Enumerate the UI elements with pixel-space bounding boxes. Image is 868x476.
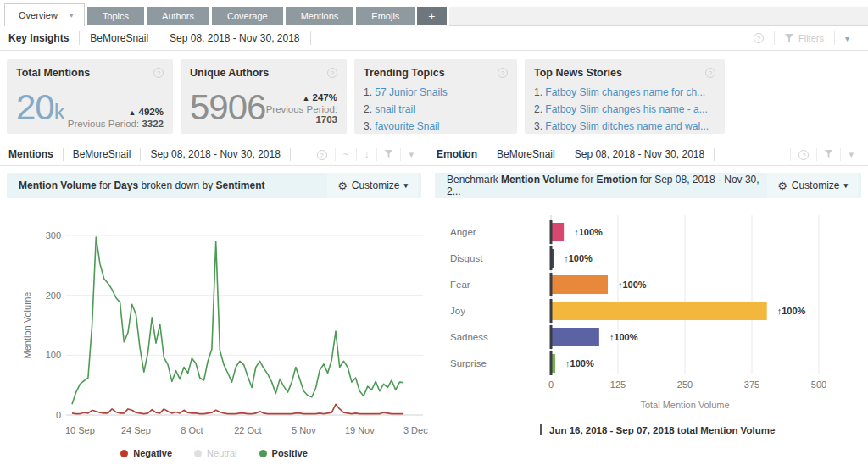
filters-label: Filters <box>798 33 824 43</box>
category-label-sadness: Sadness <box>450 332 488 342</box>
filter-icon[interactable] <box>816 148 840 161</box>
collapse-icon[interactable]: ▾ <box>840 148 861 161</box>
tab-topics[interactable]: Topics <box>87 7 144 25</box>
info-icon[interactable]: ? <box>498 68 508 78</box>
date-range-selector[interactable]: Sep 08, 2018 - Nov 30, 2018 <box>159 31 310 45</box>
tab-emojis[interactable]: Emojis <box>356 7 415 25</box>
x-tick-label: 5 Nov <box>292 425 316 435</box>
toolbar-collapse-button[interactable]: ▾ <box>834 31 860 45</box>
benchmark-tick <box>550 220 553 244</box>
info-icon[interactable]: ? <box>327 68 337 78</box>
filter-icon <box>785 34 793 42</box>
bar-fear[interactable] <box>551 275 608 294</box>
list-item: favourite Snail <box>364 118 508 135</box>
previous-period: Previous Period: 3322 <box>68 119 164 129</box>
news-link[interactable]: Fatboy Slim ditches name and wal... <box>545 120 709 132</box>
legend-item-negative[interactable]: Negative <box>120 448 172 458</box>
key-insights-toolbar: Key Insights BeMoreSnail Sep 08, 2018 - … <box>0 26 868 51</box>
page-title: Key Insights <box>8 31 80 45</box>
list-item: Fatboy Slim ditches name and wal... <box>534 118 715 135</box>
list-item: snail trail <box>364 101 508 118</box>
info-icon[interactable]: ? <box>153 68 164 78</box>
filter-icon[interactable] <box>376 148 400 161</box>
x-tick-label: 250 <box>677 379 693 390</box>
x-tick-label: 24 Sep <box>121 425 151 435</box>
tab-authors[interactable]: Authors <box>147 7 209 25</box>
top-news-list: Fatboy Slim changes name for ch... Fatbo… <box>534 84 715 135</box>
news-link[interactable]: Fatboy Slim changes his name - a... <box>545 103 707 115</box>
filters-button[interactable]: Filters <box>774 31 834 45</box>
previous-period: Previous Period: 1703 <box>265 104 337 125</box>
legend-dot-icon <box>259 450 267 457</box>
customize-button[interactable]: ⚙ Customize ▾ <box>767 173 858 198</box>
mentions-panel-header: Mentions BeMoreSnail Sep 08, 2018 - Nov … <box>0 144 428 166</box>
x-tick-label: 22 Oct <box>234 425 261 435</box>
benchmark-tick <box>550 273 553 296</box>
bar-value-label: ↑100% <box>777 306 806 316</box>
series-positive[interactable] <box>72 237 403 404</box>
help-button[interactable]: ? <box>743 31 774 45</box>
trending-topics-card: Trending Topics ? 57 Junior Snails snail… <box>354 59 517 134</box>
collapse-icon[interactable]: ▾ <box>400 148 421 161</box>
card-title: Trending Topics <box>364 67 445 79</box>
download-icon[interactable]: ↓ <box>356 148 377 161</box>
chevron-down-icon[interactable]: ▾ <box>70 4 74 26</box>
x-tick-label: 19 Nov <box>345 425 375 435</box>
info-icon[interactable]: ? <box>705 68 715 78</box>
project-selector[interactable]: BeMoreSnail <box>64 148 142 161</box>
gear-icon: ⚙ <box>337 180 348 192</box>
x-tick-label: 10 Sep <box>65 425 95 435</box>
card-title: Total Mentions <box>16 67 90 79</box>
series-negative[interactable] <box>72 404 403 413</box>
bar-sadness[interactable] <box>551 328 599 346</box>
legend-dot-icon <box>120 450 128 457</box>
news-link[interactable]: Fatboy Slim changes name for ch... <box>545 86 705 98</box>
tab-coverage[interactable]: Coverage <box>212 7 283 25</box>
bar-value-label: ↑100% <box>564 253 593 263</box>
x-axis-label: Total Mention Volume <box>640 400 729 410</box>
chart-type-icon[interactable]: ~ <box>335 148 356 161</box>
legend-item-neutral[interactable]: Neutral <box>194 448 236 458</box>
y-tick-label: 300 <box>46 230 61 241</box>
x-tick-label: 375 <box>744 379 760 390</box>
info-icon: ? <box>754 33 764 43</box>
x-tick-label: 500 <box>811 379 826 390</box>
benchmark-tick <box>550 351 553 375</box>
benchmark-legend-label: Jun 16, 2018 - Sep 07, 2018 total Mentio… <box>549 425 775 435</box>
bar-value-label: ↑100% <box>574 227 603 237</box>
topic-link[interactable]: 57 Junior Snails <box>375 86 447 98</box>
date-range-selector[interactable]: Sep 08, 2018 - Nov 30, 2018 <box>141 148 290 161</box>
topic-link[interactable]: favourite Snail <box>375 120 439 132</box>
workspace-tab-bar: Overview ▾ Topics Authors Coverage Menti… <box>0 0 868 26</box>
info-icon[interactable]: ? <box>790 148 816 161</box>
customize-button[interactable]: ⚙ Customize ▾ <box>327 173 418 198</box>
bar-joy[interactable] <box>551 302 767 320</box>
add-tab-button[interactable]: + <box>417 7 446 25</box>
benchmark-tick <box>550 325 553 349</box>
project-selector[interactable]: BeMoreSnail <box>487 148 565 161</box>
sentiment-legend: NegativeNeutralPositive <box>0 448 428 458</box>
tab-overview[interactable]: Overview ▾ <box>4 3 85 26</box>
info-icon[interactable]: ? <box>309 148 335 161</box>
chevron-down-icon: ▾ <box>403 181 408 190</box>
project-selector[interactable]: BeMoreSnail <box>80 31 159 45</box>
change-badge: ▲ 492% <box>68 107 164 117</box>
sentiment-line-chart: 010020030010 Sep24 Sep8 Oct22 Oct5 Nov19… <box>0 205 428 440</box>
category-label-surprise: Surprise <box>450 358 487 368</box>
y-tick-label: 100 <box>46 350 61 360</box>
top-news-card: Top News Stories ? Fatboy Slim changes n… <box>525 59 725 134</box>
y-tick-label: 200 <box>46 291 61 301</box>
x-tick-label: 125 <box>610 379 626 390</box>
topic-link[interactable]: snail trail <box>375 103 415 115</box>
legend-label: Neutral <box>207 448 236 458</box>
total-mentions-value: 20k <box>16 91 64 129</box>
tab-mentions[interactable]: Mentions <box>286 7 354 25</box>
legend-item-positive[interactable]: Positive <box>259 448 308 458</box>
date-range-selector[interactable]: Sep 08, 2018 - Nov 30, 2018 <box>565 148 715 161</box>
customize-label: Customize <box>352 180 400 191</box>
chevron-down-icon: ▾ <box>845 34 849 43</box>
bar-anger[interactable] <box>551 223 564 241</box>
change-badge: ▲ 247% <box>265 92 337 102</box>
emotion-bar-chart: 0125250375500Anger↑100%Disgust↑100%Fear↑… <box>428 205 868 415</box>
unique-authors-card: Unique Authors ? 5906 ▲ 247% Previous Pe… <box>181 59 347 134</box>
